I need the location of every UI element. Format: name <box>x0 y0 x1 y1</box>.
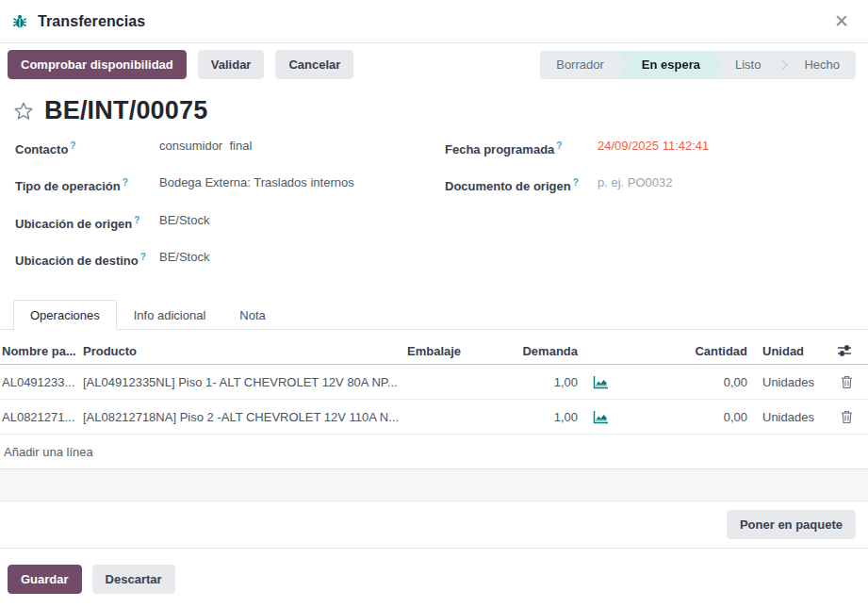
tipo-operacion-label-text: Tipo de operación <box>15 180 121 194</box>
status-step-hecho[interactable]: Hecho <box>788 51 856 79</box>
help-icon: ? <box>556 140 562 151</box>
status-step-listo[interactable]: Listo <box>719 51 777 79</box>
fecha-programada-label-text: Fecha programada <box>445 142 554 156</box>
table-header-row: Nombre pa... Producto Embalaje Demanda C… <box>0 337 868 365</box>
cell-forecast <box>585 408 623 426</box>
tab-operaciones[interactable]: Operaciones <box>13 300 117 330</box>
adjust-columns-icon[interactable] <box>835 342 854 359</box>
cell-demanda[interactable]: 1,00 <box>490 410 585 424</box>
col-header-cantidad[interactable]: Cantidad <box>623 344 755 358</box>
chevron-right-icon <box>778 59 788 70</box>
documento-origen-input[interactable]: p. ej. PO0032 <box>598 173 673 196</box>
pack-button-area: Poner en paquete <box>0 501 868 549</box>
record-title-row: BE/INT/00075 <box>0 86 868 127</box>
ubicacion-destino-value[interactable]: BE/Stock <box>159 248 209 271</box>
field-fecha-programada: Fecha programada? 24/09/2025 11:42:41 <box>445 137 853 159</box>
col-header-unidad[interactable]: Unidad <box>755 344 826 358</box>
contacto-label-text: Contacto <box>15 142 68 156</box>
tab-nota[interactable]: Nota <box>222 300 282 330</box>
cell-cantidad[interactable]: 0,00 <box>623 375 755 389</box>
field-documento-origen: Documento de origen? p. ej. PO0032 <box>445 173 853 196</box>
field-ubicacion-destino: Ubicación de destino? BE/Stock <box>15 248 437 271</box>
status-pipeline: Borrador En espera Listo Hecho <box>540 51 856 79</box>
forecast-chart-icon[interactable] <box>591 408 611 426</box>
col-header-embalaje[interactable]: Embalaje <box>405 344 490 358</box>
help-icon: ? <box>573 177 579 188</box>
ubicacion-destino-label: Ubicación de destino? <box>15 248 159 271</box>
form-sheet: Contacto? consumidor final Tipo de opera… <box>0 127 868 290</box>
col-header-demanda[interactable]: Demanda <box>490 344 585 358</box>
col-header-producto[interactable]: Producto <box>81 344 405 358</box>
field-tipo-operacion: Tipo de operación? Bodega Externa: Trasl… <box>15 173 437 196</box>
help-icon: ? <box>70 140 75 151</box>
ubicacion-origen-value[interactable]: BE/Stock <box>159 211 209 234</box>
cell-producto[interactable]: [AL08212718NA] Piso 2 -ALT CHEVROLET 12V… <box>81 410 405 424</box>
form-right-column: Fecha programada? 24/09/2025 11:42:41 Do… <box>445 137 853 285</box>
status-step-borrador[interactable]: Borrador <box>540 51 620 79</box>
record-name: BE/INT/00075 <box>44 96 207 125</box>
save-button[interactable]: Guardar <box>8 565 82 594</box>
cell-actions <box>826 373 868 391</box>
help-icon: ? <box>140 252 146 262</box>
add-line-link[interactable]: Añadir una línea <box>4 445 93 459</box>
help-icon: ? <box>123 177 128 188</box>
operations-table: Nombre pa... Producto Embalaje Demanda C… <box>0 337 868 549</box>
cell-demanda[interactable]: 1,00 <box>490 375 585 389</box>
tab-info-adicional[interactable]: Info adicional <box>117 300 223 330</box>
fecha-programada-label: Fecha programada? <box>445 137 598 159</box>
field-contacto: Contacto? consumidor final <box>15 137 437 159</box>
table-row[interactable]: AL0821271... [AL08212718NA] Piso 2 -ALT … <box>0 400 868 435</box>
documento-origen-label: Documento de origen? <box>445 173 598 196</box>
delete-row-trash-icon[interactable] <box>839 408 855 426</box>
documento-origen-label-text: Documento de origen <box>445 180 571 194</box>
ubicacion-origen-label: Ubicación de origen? <box>15 211 159 234</box>
contacto-value[interactable]: consumidor final <box>159 137 252 159</box>
favorite-star-icon[interactable] <box>12 100 35 123</box>
contacto-label: Contacto? <box>15 137 159 159</box>
cancel-button[interactable]: Cancelar <box>275 50 353 79</box>
field-ubicacion-origen: Ubicación de origen? BE/Stock <box>15 211 437 234</box>
fecha-programada-value[interactable]: 24/09/2025 11:42:41 <box>598 137 709 159</box>
cell-forecast <box>585 373 623 391</box>
cell-nombre[interactable]: AL0491233... <box>0 375 81 389</box>
tipo-operacion-value[interactable]: Bodega Externa: Traslados internos <box>159 173 354 196</box>
form-left-column: Contacto? consumidor final Tipo de opera… <box>15 137 437 285</box>
put-in-pack-button[interactable]: Poner en paquete <box>727 510 856 539</box>
add-line-row: Añadir una línea <box>0 435 868 469</box>
discard-button[interactable]: Descartar <box>92 565 175 594</box>
debug-bug-icon <box>11 13 28 30</box>
cell-producto[interactable]: [AL04912335NL] Piso 1- ALT CHEVROLET 12V… <box>81 375 405 389</box>
ubicacion-destino-label-text: Ubicación de destino <box>15 254 139 268</box>
form-toolbar: Comprobar disponibilidad Validar Cancela… <box>0 43 868 86</box>
dialog-titlebar: Transferencias ✕ <box>0 0 868 43</box>
check-availability-button[interactable]: Comprobar disponibilidad <box>8 50 187 79</box>
table-footer-band <box>0 469 868 501</box>
forecast-chart-icon[interactable] <box>591 373 611 391</box>
cell-unidad[interactable]: Unidades <box>755 375 826 389</box>
status-step-en-espera[interactable]: En espera <box>616 51 723 79</box>
col-header-options <box>826 342 868 359</box>
ubicacion-origen-label-text: Ubicación de origen <box>15 217 132 231</box>
validate-button[interactable]: Validar <box>198 50 265 79</box>
col-header-nombre[interactable]: Nombre pa... <box>0 344 81 358</box>
table-row[interactable]: AL0491233... [AL04912335NL] Piso 1- ALT … <box>0 365 868 400</box>
dialog-footer: Guardar Descartar <box>0 549 868 608</box>
help-icon: ? <box>134 215 139 225</box>
cell-nombre[interactable]: AL0821271... <box>0 410 81 424</box>
tipo-operacion-label: Tipo de operación? <box>15 173 159 196</box>
cell-actions <box>826 408 868 426</box>
cell-cantidad[interactable]: 0,00 <box>623 410 755 424</box>
dialog-title: Transferencias <box>38 13 145 30</box>
delete-row-trash-icon[interactable] <box>839 373 855 391</box>
notebook-tabs: Operaciones Info adicional Nota <box>0 300 868 330</box>
close-icon[interactable]: ✕ <box>830 10 853 32</box>
action-buttons: Comprobar disponibilidad Validar Cancela… <box>8 50 353 79</box>
cell-unidad[interactable]: Unidades <box>755 410 826 424</box>
